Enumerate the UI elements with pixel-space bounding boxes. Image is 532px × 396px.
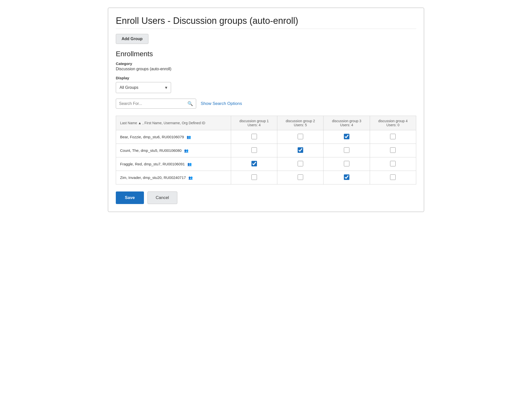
group4-name: discussion group 4 [374,119,412,123]
group1-users: Users: 4 [235,123,273,127]
user-name: Bear, Fozzie, dmp_stu6, RU00106079 [120,135,184,139]
checkbox-r1-g1[interactable] [298,147,303,153]
user-name: Fraggle, Red, dmp_stu7, RU00106091 [120,162,185,166]
checkbox-cell-r1-g0 [231,144,277,157]
display-select-dropdown[interactable]: All Groups ▾ [116,82,171,93]
user-name-cell: Count, The, dmp_stu5, RU00106080 👥 [116,144,231,157]
display-select-value: All Groups [120,85,138,90]
checkbox-r3-g3[interactable] [390,174,396,180]
checkbox-cell-r3-g0 [231,171,277,184]
add-group-button[interactable]: Add Group [116,34,148,44]
table-row: Zim, Invader, dmp_stu20, RU00240717 👥 [116,171,416,184]
chevron-down-icon: ▾ [165,85,167,90]
group2-users: Users: 5 [281,123,319,127]
table-row: Fraggle, Red, dmp_stu7, RU00106091 👥 [116,157,416,171]
search-icon: 🔍 [187,101,193,106]
enrollments-heading: Enrollments [116,50,416,58]
user-name: Count, The, dmp_stu5, RU00106080 [120,148,182,153]
group1-column-header: discussion group 1 Users: 4 [231,116,277,130]
checkbox-cell-r3-g2 [324,171,370,184]
main-container: Enroll Users - Discussion groups (auto-e… [108,8,424,212]
checkbox-r2-g3[interactable] [390,161,396,166]
group4-users: Users: 0 [374,123,412,127]
save-button[interactable]: Save [116,191,144,204]
table-row: Count, The, dmp_stu5, RU00106080 👥 [116,144,416,157]
search-input[interactable] [119,101,186,106]
cancel-button[interactable]: Cancel [147,191,177,204]
group4-column-header: discussion group 4 Users: 0 [370,116,416,130]
group3-name: discussion group 3 [328,119,365,123]
name-column-header: Last Name ▲ , First Name, Username, Org … [116,116,231,130]
user-name-cell: Bear, Fozzie, dmp_stu6, RU00106079 👥 [116,130,231,144]
checkbox-r3-g1[interactable] [298,174,303,180]
checkbox-r3-g2[interactable] [344,174,349,180]
checkbox-r0-g3[interactable] [390,134,396,139]
checkbox-cell-r0-g3 [370,130,416,144]
checkbox-r1-g0[interactable] [251,147,257,153]
checkbox-r0-g2[interactable] [344,134,349,139]
user-icon: 👥 [187,162,192,166]
checkbox-cell-r2-g0 [231,157,277,171]
checkbox-cell-r2-g1 [277,157,324,171]
checkbox-r0-g0[interactable] [251,134,257,139]
checkbox-cell-r1-g1 [277,144,324,157]
checkbox-r1-g2[interactable] [344,147,349,153]
group3-column-header: discussion group 3 Users: 4 [324,116,370,130]
user-icon: 👥 [187,135,191,139]
user-icon: 👥 [184,149,188,153]
user-name-cell: Fraggle, Red, dmp_stu7, RU00106091 👥 [116,157,231,171]
user-name-cell: Zim, Invader, dmp_stu20, RU00240717 👥 [116,171,231,184]
checkbox-r1-g3[interactable] [390,147,396,153]
search-row: 🔍 Show Search Options [116,99,416,109]
checkbox-r2-g0[interactable] [251,161,257,166]
group2-column-header: discussion group 2 Users: 5 [277,116,324,130]
checkbox-cell-r0-g0 [231,130,277,144]
page-title: Enroll Users - Discussion groups (auto-e… [116,16,416,29]
checkbox-cell-r2-g3 [370,157,416,171]
table-row: Bear, Fozzie, dmp_stu6, RU00106079 👥 [116,130,416,144]
group3-users: Users: 4 [328,123,365,127]
group1-name: discussion group 1 [235,119,273,123]
checkbox-r3-g0[interactable] [251,174,257,180]
checkbox-cell-r1-g2 [324,144,370,157]
checkbox-r2-g1[interactable] [298,161,303,166]
enrollments-table: Last Name ▲ , First Name, Username, Org … [116,116,416,184]
user-icon: 👥 [188,176,193,180]
user-name: Zim, Invader, dmp_stu20, RU00240717 [120,175,186,180]
checkbox-cell-r2-g2 [324,157,370,171]
category-value: Discussion groups (auto-enroll) [116,67,416,71]
checkbox-r0-g1[interactable] [298,134,303,139]
category-label: Category [116,61,416,66]
checkbox-r2-g2[interactable] [344,161,349,166]
display-label: Display [116,76,416,80]
checkbox-cell-r1-g3 [370,144,416,157]
show-search-options-link[interactable]: Show Search Options [201,101,242,106]
checkbox-cell-r0-g1 [277,130,324,144]
footer-buttons: Save Cancel [116,191,416,204]
checkbox-cell-r0-g2 [324,130,370,144]
search-box: 🔍 [116,99,196,109]
group2-name: discussion group 2 [281,119,319,123]
checkbox-cell-r3-g1 [277,171,324,184]
checkbox-cell-r3-g3 [370,171,416,184]
